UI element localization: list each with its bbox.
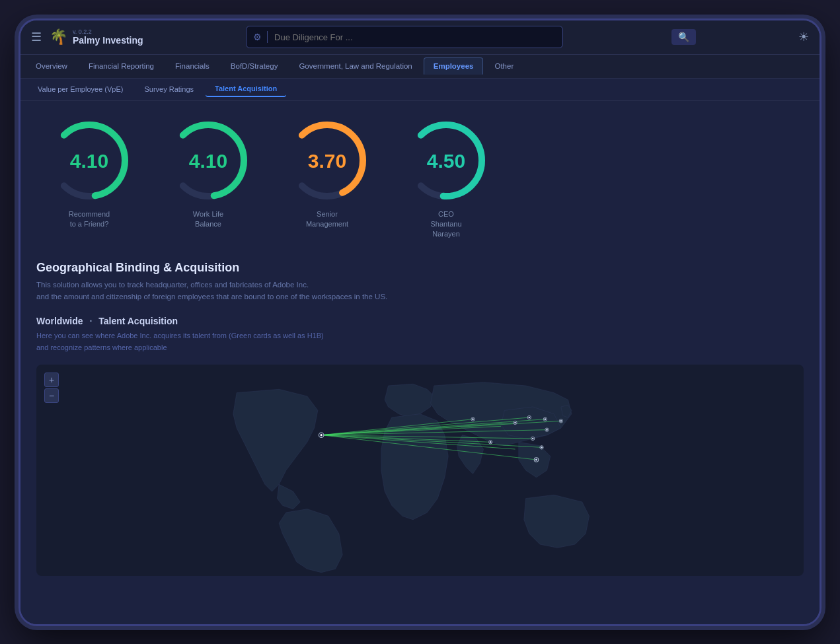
svg-point-34 — [560, 420, 562, 422]
gauge-ceo-container: 4.50 — [400, 114, 492, 207]
tab-bofd-strategy[interactable]: BofD/Strategy — [221, 57, 288, 75]
gauge-work-life-container: 4.10 — [162, 114, 254, 207]
svg-point-24 — [472, 418, 474, 420]
search-wrapper: ⚙ — [246, 26, 563, 48]
svg-point-40 — [541, 447, 543, 448]
search-input[interactable] — [274, 32, 556, 42]
gauge-senior-center: 3.70 — [308, 149, 346, 171]
svg-point-28 — [529, 416, 531, 418]
world-map-svg — [36, 365, 804, 576]
header-title-block: v. 0.2.2 Palmy Investing — [73, 28, 143, 46]
gauge-recommend-value: 4.10 — [70, 149, 108, 171]
gauge-senior-mgmt: 3.70 SeniorManagement — [274, 114, 380, 240]
tab-employees[interactable]: Employees — [424, 57, 484, 75]
search-button[interactable]: 🔍 — [671, 29, 696, 45]
sub-tabs: Value per Employee (VpE) Survey Ratings … — [20, 79, 820, 101]
header: ☰ 🌴 v. 0.2.2 Palmy Investing ⚙ 🔍 ☀ — [20, 20, 820, 55]
gauge-senior-value: 3.70 — [308, 149, 346, 171]
svg-point-42 — [535, 458, 537, 460]
svg-point-26 — [514, 421, 516, 423]
gauge-recommend: 4.10 Recommendto a Friend? — [36, 114, 142, 240]
tab-financial-reporting[interactable]: Financial Reporting — [79, 57, 164, 75]
gauge-ceo: 4.50 CEOShantanuNarayen — [393, 114, 499, 240]
subsection-title: Worldwide · Talent Acquisition — [36, 316, 804, 326]
main-content: 4.10 Recommendto a Friend? 4.10 Work Lif… — [20, 101, 820, 624]
geo-section-title: Geographical Binding & Acquisition — [36, 261, 804, 275]
menu-icon[interactable]: ☰ — [31, 30, 42, 44]
geo-section-desc: This solution allows you to track headqu… — [36, 279, 804, 303]
gauge-work-life-center: 4.10 — [189, 149, 227, 171]
app-version: v. 0.2.2 — [73, 28, 143, 35]
gauge-ceo-center: 4.50 — [427, 149, 465, 171]
search-gear-icon: ⚙ — [253, 32, 262, 42]
gauge-senior-container: 3.70 — [281, 114, 373, 207]
gauge-recommend-center: 4.10 — [70, 149, 108, 171]
svg-point-38 — [532, 437, 534, 439]
logo-icon: 🌴 — [50, 28, 67, 46]
tab-overview[interactable]: Overview — [26, 57, 77, 75]
map-zoom-controls: + − — [44, 373, 59, 403]
svg-point-32 — [546, 429, 548, 431]
device-frame: ☰ 🌴 v. 0.2.2 Palmy Investing ⚙ 🔍 ☀ Overv… — [19, 18, 821, 626]
map-zoom-in[interactable]: + — [44, 373, 59, 387]
svg-point-22 — [321, 434, 323, 436]
app-name: Palmy Investing — [73, 35, 143, 46]
map-zoom-out[interactable]: − — [44, 388, 59, 403]
settings-icon[interactable]: ☀ — [798, 30, 809, 44]
sub-tab-survey[interactable]: Survey Ratings — [135, 82, 203, 96]
svg-point-30 — [545, 418, 547, 420]
gauge-work-life: 4.10 Work LifeBalance — [155, 114, 261, 240]
tab-financials[interactable]: Financials — [165, 57, 219, 75]
sub-tab-talent[interactable]: Talent Acquisition — [206, 81, 286, 97]
search-divider — [267, 31, 268, 43]
subsection-desc: Here you can see where Adobe Inc. acquir… — [36, 330, 804, 353]
tab-government-law[interactable]: Government, Law and Regulation — [289, 57, 422, 75]
nav-tabs: Overview Financial Reporting Financials … — [20, 55, 820, 79]
map-container: + − — [36, 365, 804, 576]
svg-point-36 — [490, 441, 492, 443]
gauge-recommend-container: 4.10 — [43, 114, 135, 207]
gauge-ceo-value: 4.50 — [427, 149, 465, 171]
header-logo: 🌴 v. 0.2.2 Palmy Investing — [50, 28, 143, 46]
tab-other[interactable]: Other — [484, 57, 523, 75]
gauge-row: 4.10 Recommendto a Friend? 4.10 Work Lif… — [36, 114, 804, 240]
gauge-work-life-value: 4.10 — [189, 149, 227, 171]
sub-tab-vpe[interactable]: Value per Employee (VpE) — [28, 82, 132, 96]
